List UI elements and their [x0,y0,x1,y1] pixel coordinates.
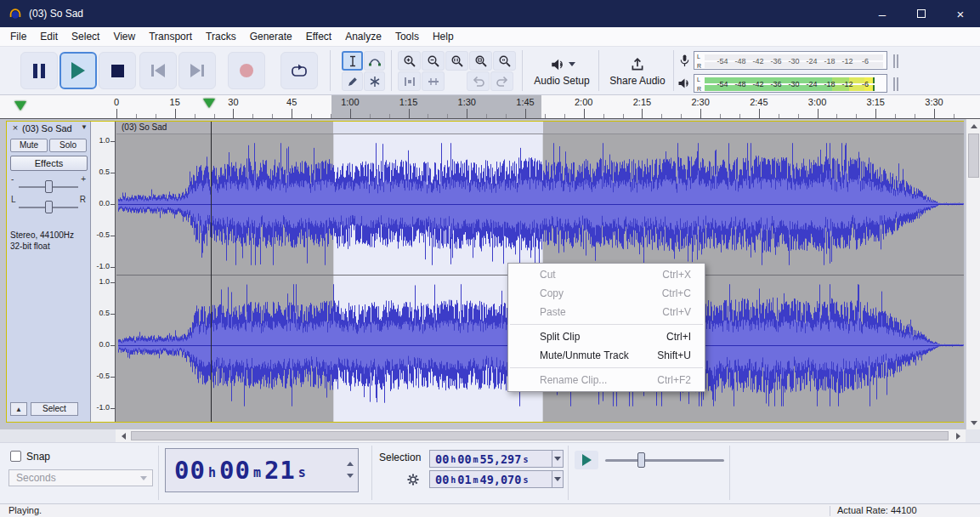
audio-position-display[interactable]: 00h00m21s [165,448,359,492]
zoom-toggle-button[interactable] [493,51,516,71]
menu-analyze[interactable]: Analyze [338,27,388,46]
recording-meter[interactable]: L R -54-48-42-36-30-24-18-12-6 [694,51,887,70]
meter-grip[interactable] [893,54,898,68]
ruler-tick-label: 30 [216,97,250,107]
ruler-tick [681,114,682,118]
vertical-scroll-thumb[interactable] [968,134,979,178]
menu-tracks[interactable]: Tracks [199,27,243,46]
zoom-in-button[interactable] [398,51,421,71]
timeline-ruler[interactable]: 01530451:001:151:301:452:002:152:302:453… [0,95,980,119]
loop-button[interactable] [280,52,318,89]
play-at-speed-button[interactable] [575,451,598,469]
ruler-tick [506,114,507,118]
ruler-tick [934,109,935,118]
skip-to-end-button[interactable] [178,52,216,89]
effects-button[interactable]: Effects [10,156,88,171]
trim-audio-button[interactable] [398,71,421,91]
maximize-button[interactable] [902,0,941,27]
selection-options-button[interactable] [405,471,422,488]
bottom-toolbar: Snap Seconds 00h00m21s Selection 00h00m5… [0,442,980,503]
silence-audio-button[interactable] [422,71,445,91]
sel-end-hours[interactable]: 00 [435,473,449,486]
draw-tool-button[interactable] [342,71,363,91]
track-name[interactable]: (03) So Sad [22,123,75,134]
stop-button[interactable] [99,52,136,89]
context-menu-item-shortcut: Ctrl+I [666,327,691,346]
snap-checkbox[interactable] [10,451,21,462]
clip-header[interactable]: (03) So Sad [116,122,964,134]
snap-mode-select[interactable]: Seconds [8,469,153,486]
menu-file[interactable]: File [3,27,33,46]
horizontal-scroll-thumb[interactable] [131,431,949,440]
scroll-down-button[interactable] [966,416,980,429]
ruler-tick [779,114,779,118]
ruler-tick [272,114,273,118]
menu-help[interactable]: Help [426,27,461,46]
scroll-left-button[interactable] [116,429,130,442]
sel-start-hours[interactable]: 00 [435,452,449,466]
position-minutes[interactable]: 00 [219,456,251,485]
envelope-icon [368,54,382,68]
selection-tool-button[interactable] [342,51,363,71]
record-icon [240,64,253,77]
share-audio-button[interactable]: Share Audio [603,50,671,93]
minimize-button[interactable]: – [863,0,902,27]
context-menu-item-label: Rename Clip... [540,374,607,386]
gain-slider[interactable] [45,180,53,193]
position-spinner[interactable] [346,449,354,491]
playback-speed-slider[interactable] [637,452,645,468]
multi-tool-button[interactable] [364,71,385,91]
solo-button[interactable]: Solo [49,139,87,152]
close-button[interactable]: × [941,0,980,27]
zoom-out-button[interactable] [422,51,445,71]
menu-edit[interactable]: Edit [33,27,65,46]
vruler-tick [110,408,115,409]
select-track-button[interactable]: Select [31,402,78,416]
window-title: (03) So Sad [29,8,83,20]
field-dropdown-button[interactable] [552,471,563,487]
sel-start-minutes[interactable]: 00 [457,452,471,466]
menu-effect[interactable]: Effect [299,27,338,46]
track-close-button[interactable]: × [9,122,21,134]
sel-end-seconds[interactable]: 49,070 [480,473,522,486]
pause-button[interactable] [20,52,58,89]
context-menu-item-mute-unmute-track[interactable]: Mute/Unmute TrackShift+U [508,346,705,365]
track-menu-button[interactable]: ▼ [81,123,88,131]
timeline-options-button[interactable] [14,101,26,111]
main-toolbar: Audio Setup Share Audio L R -54-48-42-36… [0,47,980,95]
playback-meter[interactable]: L R -54-48-42-36-30-24-18-12-6 [694,74,887,93]
vertical-scrollbar[interactable] [966,119,980,429]
zoom-to-selection-button[interactable] [445,51,468,71]
meter-grip[interactable] [893,77,898,91]
selection-start-field[interactable]: 00h00m55,297s [429,450,564,468]
redo-button [490,71,513,91]
menu-transport[interactable]: Transport [142,27,199,46]
playhead-marker[interactable] [203,99,215,108]
sel-end-minutes[interactable]: 01 [457,473,471,486]
sel-start-seconds[interactable]: 55,297 [480,452,522,466]
position-hours[interactable]: 00 [174,456,206,485]
selection-end-field[interactable]: 00h01m49,070s [429,470,564,488]
vertical-scale-ruler[interactable]: 1.00.50.0-0.5-1.01.00.50.0-0.5-1.0 [91,122,116,422]
field-dropdown-button[interactable] [552,451,563,467]
menu-select[interactable]: Select [65,27,106,46]
scroll-right-button[interactable] [951,429,965,442]
mute-button[interactable]: Mute [10,139,48,152]
envelope-tool-button[interactable] [364,51,385,71]
menu-view[interactable]: View [106,27,142,46]
position-seconds[interactable]: 21 [264,456,296,485]
play-button[interactable] [59,52,97,89]
toolbar-separator [391,50,392,91]
context-menu-item-copy: CopyCtrl+C [508,284,705,303]
menu-generate[interactable]: Generate [243,27,299,46]
meter-scale-label: -30 [788,80,799,88]
skip-to-start-button[interactable] [139,52,177,89]
menu-tools[interactable]: Tools [388,27,426,46]
fit-project-button[interactable] [469,51,492,71]
scroll-up-button[interactable] [966,119,980,133]
collapse-track-button[interactable]: ▲ [10,402,27,416]
audio-setup-button[interactable]: Audio Setup [527,50,597,93]
pan-slider[interactable] [45,201,53,213]
audacity-window: (03) So Sad – × FileEditSelectViewTransp… [0,0,980,517]
context-menu-item-split-clip[interactable]: Split ClipCtrl+I [508,327,705,346]
